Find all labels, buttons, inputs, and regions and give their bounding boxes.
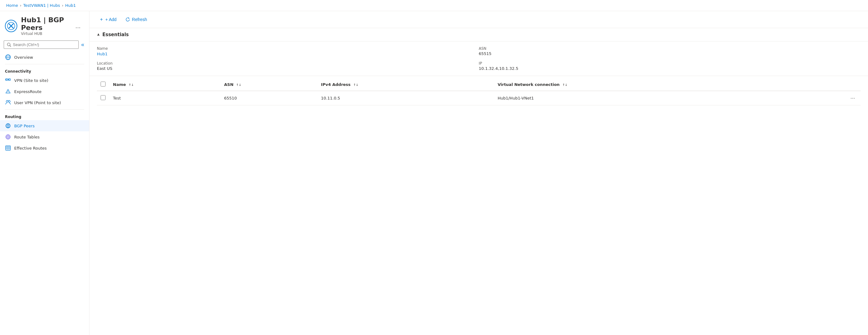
search-box — [4, 40, 79, 49]
main-layout: Hub1 | BGP Peers Virtual HUB ... « — [0, 11, 868, 335]
globe-icon — [5, 54, 11, 60]
refresh-icon — [125, 17, 130, 22]
svg-rect-10 — [6, 79, 6, 80]
collapse-sidebar-button[interactable]: « — [80, 40, 86, 49]
row-name: Test — [109, 91, 220, 105]
connectivity-divider — [5, 64, 84, 64]
breadcrumb-home[interactable]: Home — [6, 3, 18, 8]
search-container: « — [0, 38, 89, 52]
essentials-ip: IP 10.1.32.4,10.1.32.5 — [479, 61, 861, 71]
breadcrumb-sep-2: › — [62, 3, 63, 8]
add-button[interactable]: + + Add — [97, 15, 120, 24]
select-all-checkbox[interactable] — [101, 82, 105, 86]
table-row: Test 65510 10.11.0.5 Hub1/Hub1-VNet1 ··· — [97, 91, 861, 105]
sidebar-item-vpn-label: VPN (Site to site) — [14, 78, 49, 83]
refresh-label: Refresh — [132, 17, 147, 22]
page-header: Hub1 | BGP Peers Virtual HUB ... — [0, 11, 89, 38]
essentials-location: Location East US — [97, 61, 479, 71]
col-header-name: Name ↑↓ — [109, 79, 220, 91]
row-ellipsis-button[interactable]: ··· — [848, 94, 857, 102]
col-header-actions — [799, 79, 861, 91]
col-header-ipv4: IPv4 Address ↑↓ — [317, 79, 494, 91]
sidebar-item-uservpn[interactable]: User VPN (Point to site) — [0, 97, 89, 108]
essentials-title: Essentials — [102, 32, 129, 37]
content-area: + + Add Refresh ∧ Essentials Name — [90, 11, 868, 335]
sort-icon-vnet[interactable]: ↑↓ — [562, 83, 567, 86]
essentials-asn-value: 65515 — [479, 51, 861, 56]
essentials-header[interactable]: ∧ Essentials — [90, 28, 868, 41]
svg-point-14 — [6, 101, 8, 102]
col-header-vnet: Virtual Network connection ↑↓ — [494, 79, 799, 91]
essentials-location-value: East US — [97, 66, 479, 71]
row-actions-cell: ··· — [799, 91, 861, 105]
essentials-name: Name Hub1 — [97, 46, 479, 56]
row-checkbox-cell — [97, 91, 109, 105]
table-header-row: Name ↑↓ ASN ↑↓ IPv4 Address ↑↓ Virtual — [97, 79, 861, 91]
bgp-icon — [5, 123, 11, 129]
page-title-block: Hub1 | BGP Peers Virtual HUB — [21, 16, 69, 36]
svg-point-15 — [8, 101, 10, 102]
row-select-checkbox[interactable] — [101, 95, 105, 100]
essentials-name-label: Name — [97, 46, 479, 51]
table-section: Name ↑↓ ASN ↑↓ IPv4 Address ↑↓ Virtual — [90, 79, 868, 105]
header-checkbox-col — [97, 79, 109, 91]
essentials-chevron-icon: ∧ — [97, 32, 100, 37]
bgp-peers-table: Name ↑↓ ASN ↑↓ IPv4 Address ↑↓ Virtual — [97, 79, 861, 105]
routing-divider — [5, 109, 84, 110]
sidebar-item-uservpn-label: User VPN (Point to site) — [14, 101, 61, 105]
vpn-icon — [5, 77, 11, 83]
col-header-asn: ASN ↑↓ — [220, 79, 317, 91]
hub-icon — [5, 20, 17, 32]
essentials-grid: Name Hub1 ASN 65515 Location East US IP … — [90, 41, 868, 76]
svg-point-21 — [8, 137, 8, 137]
essentials-asn: ASN 65515 — [479, 46, 861, 56]
sidebar-item-expressroute-label: ExpressRoute — [14, 89, 42, 94]
routetables-icon — [5, 134, 11, 140]
sidebar-item-bgppeers-label: BGP Peers — [14, 123, 35, 128]
row-asn: 65510 — [220, 91, 317, 105]
svg-rect-26 — [5, 146, 10, 150]
sidebar-item-effectiveroutes-label: Effective Routes — [14, 146, 46, 150]
svg-rect-11 — [9, 79, 9, 80]
essentials-name-value[interactable]: Hub1 — [97, 52, 108, 56]
breadcrumb-vwan[interactable]: TestVWAN1 | Hubs — [23, 3, 60, 8]
sort-icon-asn[interactable]: ↑↓ — [236, 83, 241, 86]
sidebar-item-expressroute[interactable]: ExpressRoute — [0, 86, 89, 97]
expressroute-icon — [5, 88, 11, 94]
sort-icon-name[interactable]: ↑↓ — [129, 83, 134, 86]
sidebar-item-routetables-label: Route Tables — [14, 135, 39, 139]
page-title: Hub1 | BGP Peers — [21, 16, 69, 31]
uservpn-icon — [5, 100, 11, 106]
add-icon: + — [100, 17, 103, 22]
sidebar-item-overview-label: Overview — [14, 55, 33, 60]
search-input[interactable] — [13, 42, 75, 47]
essentials-section: ∧ Essentials Name Hub1 ASN 65515 Locatio… — [90, 28, 868, 76]
essentials-ip-value: 10.1.32.4,10.1.32.5 — [479, 66, 861, 71]
essentials-location-label: Location — [97, 61, 479, 65]
connectivity-section-label: Connectivity — [0, 65, 89, 75]
row-ipv4: 10.11.0.5 — [317, 91, 494, 105]
search-icon — [7, 43, 11, 47]
refresh-button[interactable]: Refresh — [122, 15, 150, 24]
sort-icon-ipv4[interactable]: ↑↓ — [353, 83, 359, 86]
add-label: + Add — [105, 17, 116, 22]
breadcrumb-hub[interactable]: Hub1 — [65, 3, 76, 8]
sidebar-item-bgppeers[interactable]: BGP Peers — [0, 120, 89, 131]
sidebar-item-overview[interactable]: Overview — [0, 52, 89, 63]
routing-section-label: Routing — [0, 111, 89, 120]
page-subtitle: Virtual HUB — [21, 31, 69, 36]
toolbar: + + Add Refresh — [90, 11, 868, 28]
sidebar: Hub1 | BGP Peers Virtual HUB ... « — [0, 11, 90, 335]
ellipsis-button[interactable]: ... — [73, 21, 83, 31]
sidebar-item-effectiveroutes[interactable]: Effective Routes — [0, 142, 89, 153]
breadcrumb-sep-1: › — [20, 3, 21, 8]
effectiveroutes-icon — [5, 145, 11, 151]
essentials-asn-label: ASN — [479, 46, 861, 51]
sidebar-item-routetables[interactable]: Route Tables — [0, 131, 89, 142]
sidebar-item-vpn[interactable]: VPN (Site to site) — [0, 75, 89, 86]
breadcrumb: Home › TestVWAN1 | Hubs › Hub1 — [0, 0, 868, 11]
essentials-ip-label: IP — [479, 61, 861, 65]
row-vnetconn: Hub1/Hub1-VNet1 — [494, 91, 799, 105]
